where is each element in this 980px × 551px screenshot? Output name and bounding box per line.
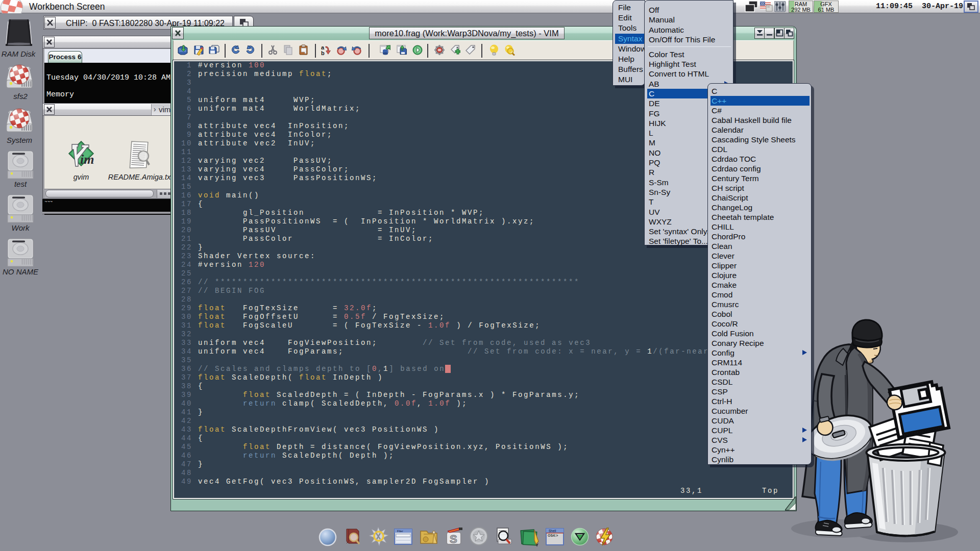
svg-text:im: im <box>80 152 94 167</box>
svg-text:b: b <box>321 50 325 56</box>
svg-text:Filer: Filer <box>397 530 403 533</box>
svg-text:S: S <box>450 533 457 545</box>
svg-text:OS4:>: OS4:> <box>548 534 558 537</box>
svg-text:Shell: Shell <box>549 529 556 533</box>
